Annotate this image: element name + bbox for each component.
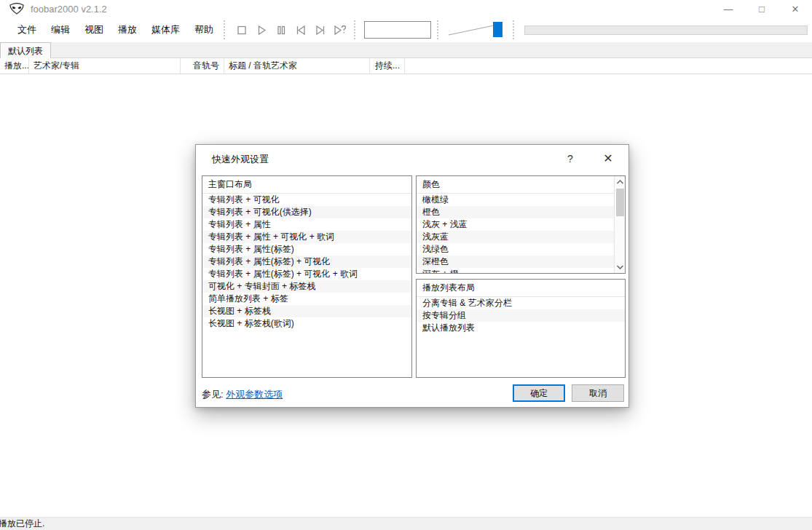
foobar2000-logo-icon [9, 2, 25, 15]
volume-slider-handle [493, 22, 502, 37]
random-button[interactable] [332, 22, 348, 38]
seekbar-wrap [524, 25, 808, 35]
cancel-button[interactable]: 取消 [572, 384, 624, 402]
list-item[interactable]: 简单播放列表 + 标签 [202, 293, 411, 305]
next-icon [314, 23, 327, 36]
seekbar[interactable] [524, 25, 808, 35]
colors-scrollbar[interactable] [614, 176, 625, 273]
pause-icon [275, 23, 288, 36]
play-button[interactable] [253, 22, 269, 38]
menubar: 文件 编辑 视图 播放 媒体库 帮助 [0, 19, 221, 41]
play-icon [255, 23, 268, 36]
list-item[interactable]: 浅绿色 [417, 243, 614, 256]
playlist-layout-header: 播放列表布局 [417, 280, 625, 297]
list-item[interactable]: 浅灰 + 浅蓝 [417, 218, 614, 231]
list-item[interactable]: 专辑列表 + 属性(标签) + 可视化 [202, 256, 411, 268]
list-item[interactable]: 专辑列表 + 可视化 [202, 194, 411, 206]
titlebar: foobar2000 v2.1.2 — □ ✕ [0, 0, 812, 17]
list-item[interactable]: 长视图 + 标签栈 [202, 305, 411, 317]
menu-help[interactable]: 帮助 [187, 19, 221, 41]
next-button[interactable] [312, 22, 328, 38]
list-item[interactable]: 专辑列表 + 属性 + 可视化 + 歌词 [202, 231, 411, 243]
transport-controls [231, 22, 351, 38]
list-item[interactable]: 深橙色 [417, 256, 614, 268]
list-item[interactable]: 长视图 + 标签栈(歌词) [202, 317, 411, 330]
column-artist-album[interactable]: 艺术家/专辑 [29, 58, 181, 74]
scroll-up-icon[interactable] [615, 176, 626, 188]
column-track-number[interactable]: 音轨号 [181, 58, 224, 74]
list-item[interactable]: 专辑列表 + 属性(标签) + 可视化 + 歌词 [202, 268, 411, 280]
list-item[interactable]: 橄榄绿 [417, 194, 614, 206]
list-item[interactable]: 默认播放列表 [417, 322, 625, 334]
list-item[interactable]: 专辑列表 + 属性(标签) [202, 243, 411, 256]
window-title: foobar2000 v2.1.2 [31, 4, 107, 15]
scrollbar-thumb[interactable] [616, 189, 624, 216]
list-item[interactable]: 浅灰蓝 [417, 231, 614, 243]
previous-button[interactable] [293, 22, 309, 38]
main-layout-listbox: 主窗口布局 专辑列表 + 可视化 专辑列表 + 可视化(供选择) 专辑列表 + … [202, 175, 412, 378]
search-input[interactable] [364, 21, 431, 39]
menu-playback[interactable]: 播放 [111, 19, 144, 41]
toolbar-grip[interactable] [513, 20, 517, 39]
toolbar: 文件 编辑 视图 播放 媒体库 帮助 [0, 17, 812, 42]
minimize-button[interactable]: — [712, 0, 745, 17]
dialog-title: 快速外观设置 [212, 153, 269, 166]
status-text: 播放已停止. [0, 518, 44, 530]
stop-icon [235, 23, 248, 36]
menu-edit[interactable]: 编辑 [44, 19, 77, 41]
tab-default-playlist[interactable]: 默认列表 [0, 42, 51, 58]
statusbar: 播放已停止. [0, 517, 812, 530]
list-item[interactable]: 橙色 [417, 206, 614, 218]
menu-library[interactable]: 媒体库 [144, 19, 187, 41]
toolbar-grip[interactable] [354, 20, 358, 39]
ok-button[interactable]: 确定 [513, 384, 565, 402]
column-playing[interactable]: 播放... [0, 58, 29, 74]
scroll-down-icon[interactable] [615, 261, 626, 273]
playlist-column-headers: 播放... 艺术家/专辑 音轨号 标题 / 音轨艺术家 持续... [0, 58, 812, 74]
menu-file[interactable]: 文件 [10, 19, 44, 41]
playlist-tabstrip: 默认列表 [0, 42, 812, 58]
dialog-titlebar[interactable]: 快速外观设置 ? ✕ [196, 145, 628, 173]
random-icon [333, 23, 347, 36]
list-item[interactable]: 分离专辑 & 艺术家分栏 [417, 297, 625, 309]
playlist-layout-listbox: 播放列表布局 分离专辑 & 艺术家分栏 按专辑分组 默认播放列表 [416, 279, 626, 378]
colors-header: 颜色 [417, 176, 614, 194]
toolbar-grip[interactable] [437, 20, 441, 39]
stop-button[interactable] [234, 22, 250, 38]
list-item[interactable]: 深灰 + 橙 [417, 268, 614, 273]
list-item[interactable]: 专辑列表 + 可视化(供选择) [202, 206, 411, 218]
maximize-button[interactable]: □ [745, 0, 779, 17]
see-also: 参见: 外观参数选项 [202, 388, 283, 401]
quick-appearance-dialog: 快速外观设置 ? ✕ 主窗口布局 专辑列表 + 可视化 专辑列表 + 可视化(供… [195, 144, 629, 408]
list-item[interactable]: 可视化 + 专辑封面 + 标签栈 [202, 280, 411, 293]
list-item[interactable]: 按专辑分组 [417, 309, 625, 322]
column-title-artist[interactable]: 标题 / 音轨艺术家 [224, 58, 370, 74]
pause-button[interactable] [273, 22, 289, 38]
main-layout-header: 主窗口布局 [202, 176, 411, 194]
dialog-help-button[interactable]: ? [561, 151, 579, 167]
close-button[interactable]: ✕ [779, 0, 812, 17]
toolbar-grip[interactable] [224, 20, 228, 39]
previous-icon [294, 23, 307, 36]
see-also-label: 参见: [202, 389, 224, 400]
menu-view[interactable]: 视图 [77, 19, 111, 41]
dialog-close-button[interactable]: ✕ [598, 149, 618, 168]
colors-listbox: 颜色 橄榄绿 橙色 浅灰 + 浅蓝 浅灰蓝 浅绿色 深橙色 深灰 + 橙 [416, 175, 626, 274]
appearance-preferences-link[interactable]: 外观参数选项 [226, 389, 283, 400]
column-duration[interactable]: 持续... [370, 58, 405, 74]
volume-slider[interactable] [447, 20, 507, 39]
list-item[interactable]: 专辑列表 + 属性 [202, 218, 411, 231]
